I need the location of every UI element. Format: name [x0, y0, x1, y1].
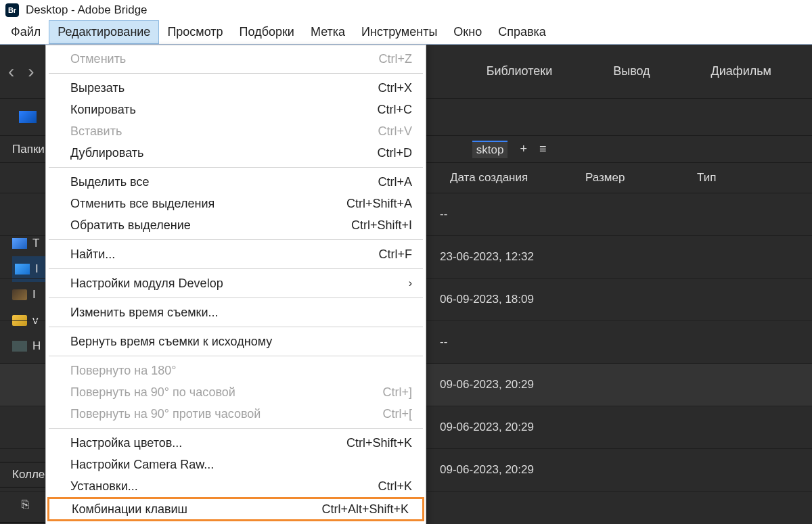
- menu-window[interactable]: Окно: [445, 20, 490, 44]
- titlebar: Br Desktop - Adobe Bridge: [0, 0, 812, 20]
- nav-back-icon[interactable]: ‹: [8, 61, 14, 82]
- menu-item[interactable]: Комбинации клавишCtrl+Alt+Shift+K: [47, 497, 424, 521]
- export-icon: ⎘: [18, 499, 32, 511]
- menu-separator: [49, 268, 423, 269]
- edit-menu-dropdown: ОтменитьCtrl+ZВырезатьCtrl+XКопироватьCt…: [45, 45, 426, 524]
- col-date[interactable]: Дата создания: [450, 171, 585, 185]
- tab-libraries[interactable]: Библиотеки: [487, 64, 553, 78]
- menu-item[interactable]: Отменить все выделенияCtrl+Shift+A: [46, 193, 426, 214]
- menu-separator: [49, 239, 423, 240]
- menu-item[interactable]: КопироватьCtrl+C: [46, 99, 426, 120]
- file-date: 09-06-2023, 20:29: [440, 421, 585, 434]
- menu-item[interactable]: Настройка цветов...Ctrl+Shift+K: [46, 432, 426, 454]
- menu-separator: [49, 356, 423, 356]
- menu-item-label: Установки...: [70, 479, 138, 494]
- menu-item-label: Вставить: [70, 124, 122, 139]
- menu-separator: [49, 428, 423, 429]
- menu-item: ОтменитьCtrl+Z: [46, 48, 426, 70]
- menu-item-label: Обратить выделение: [70, 218, 191, 233]
- menu-item[interactable]: Настройки Camera Raw...: [46, 454, 426, 475]
- menu-item[interactable]: ДублироватьCtrl+D: [46, 142, 426, 164]
- file-date: --: [440, 208, 585, 221]
- menu-item-shortcut: Ctrl+X: [378, 81, 412, 95]
- menu-item-label: Вырезать: [70, 81, 125, 95]
- menu-item-shortcut: Ctrl+]: [382, 385, 412, 400]
- menu-item[interactable]: Обратить выделениеCtrl+Shift+I: [46, 214, 426, 236]
- menu-separator: [49, 73, 423, 74]
- app-icon: Br: [5, 3, 19, 17]
- menu-item-shortcut: Ctrl+Shift+I: [351, 218, 412, 233]
- menu-edit[interactable]: Редактирование: [49, 20, 159, 44]
- menu-item[interactable]: Изменить время съемки...: [46, 302, 426, 323]
- menu-item: ВставитьCtrl+V: [46, 120, 426, 142]
- menu-stacks[interactable]: Подборки: [231, 20, 302, 44]
- file-date: --: [440, 335, 585, 349]
- menu-item-label: Отменить: [70, 52, 126, 66]
- menu-item-shortcut: Ctrl+Alt+Shift+K: [321, 502, 409, 517]
- tab-filmstrip[interactable]: Диафильм: [711, 64, 771, 78]
- submenu-arrow-icon: ›: [409, 277, 412, 289]
- menu-item-shortcut: Ctrl+V: [378, 124, 412, 139]
- menu-item-label: Копировать: [70, 103, 136, 117]
- menu-item-label: Дублировать: [70, 146, 143, 160]
- col-size[interactable]: Размер: [585, 171, 697, 185]
- menu-item-shortcut: Ctrl+D: [377, 146, 412, 160]
- menu-file[interactable]: Файл: [3, 20, 49, 44]
- menu-item[interactable]: Установки...Ctrl+K: [46, 475, 426, 497]
- menu-item: Повернуто на 180°: [46, 360, 426, 381]
- hamburger-icon[interactable]: ≡: [539, 142, 547, 156]
- file-date: 23-06-2023, 12:32: [440, 250, 585, 264]
- plus-icon[interactable]: +: [520, 142, 527, 156]
- menu-item-shortcut: Ctrl+F: [379, 247, 413, 262]
- menu-item[interactable]: Вернуть время съемки к исходному: [46, 331, 426, 352]
- menu-view[interactable]: Просмотр: [159, 20, 231, 44]
- menu-item[interactable]: ВырезатьCtrl+X: [46, 77, 426, 99]
- folders-panel-label[interactable]: Папки: [0, 143, 45, 156]
- menu-item-label: Повернуто на 180°: [70, 364, 177, 378]
- menu-item-label: Найти...: [70, 247, 115, 262]
- col-type[interactable]: Тип: [697, 171, 778, 185]
- menu-help[interactable]: Справка: [490, 20, 554, 44]
- menu-item-shortcut: Ctrl+C: [377, 103, 412, 117]
- menubar: Файл Редактирование Просмотр Подборки Ме…: [0, 20, 812, 45]
- menu-item-shortcut: Ctrl+K: [378, 479, 412, 494]
- menu-tools[interactable]: Инструменты: [353, 20, 445, 44]
- menu-item-label: Выделить все: [70, 175, 149, 189]
- menu-item: Повернуть на 90° по часовойCtrl+]: [46, 381, 426, 403]
- menu-item[interactable]: Найти...Ctrl+F: [46, 243, 426, 265]
- file-date: 09-06-2023, 20:29: [440, 378, 585, 391]
- window-title: Desktop - Adobe Bridge: [26, 3, 148, 17]
- menu-item-label: Настройка цветов...: [70, 436, 182, 450]
- nav-forward-icon[interactable]: ›: [28, 61, 34, 82]
- menu-separator: [49, 327, 423, 327]
- menu-item[interactable]: Выделить всеCtrl+A: [46, 171, 426, 193]
- menu-item-label: Повернуть на 90° по часовой: [70, 385, 235, 400]
- tab-output[interactable]: Вывод: [613, 64, 650, 78]
- menu-item[interactable]: Настройки модуля Develop›: [46, 272, 426, 294]
- menu-label[interactable]: Метка: [302, 20, 353, 44]
- file-date: 09-06-2023, 20:29: [440, 463, 585, 477]
- path-tab[interactable]: sktop: [472, 141, 508, 158]
- menu-item-label: Настройки модуля Develop: [70, 277, 223, 291]
- menu-item-shortcut: Ctrl+Shift+K: [346, 436, 412, 450]
- collections-text: Коллек: [12, 468, 50, 481]
- menu-item-label: Настройки Camera Raw...: [70, 458, 214, 472]
- menu-item-shortcut: Ctrl+[: [382, 407, 412, 421]
- file-date: 06-09-2023, 18:09: [440, 293, 585, 306]
- menu-separator: [49, 167, 423, 168]
- menu-item-shortcut: Ctrl+Z: [379, 52, 413, 66]
- menu-item: Повернуть на 90° против часовойCtrl+[: [46, 403, 426, 425]
- menu-item-label: Изменить время съемки...: [70, 306, 218, 320]
- menu-separator: [49, 297, 423, 298]
- menu-item-shortcut: Ctrl+Shift+A: [346, 197, 412, 211]
- desktop-icon[interactable]: [19, 111, 37, 123]
- menu-item-label: Комбинации клавиш: [72, 502, 187, 517]
- menu-item-shortcut: Ctrl+A: [378, 175, 412, 189]
- menu-item-label: Повернуть на 90° против часовой: [70, 407, 261, 421]
- menu-item-label: Вернуть время съемки к исходному: [70, 335, 272, 349]
- menu-item-label: Отменить все выделения: [70, 197, 215, 211]
